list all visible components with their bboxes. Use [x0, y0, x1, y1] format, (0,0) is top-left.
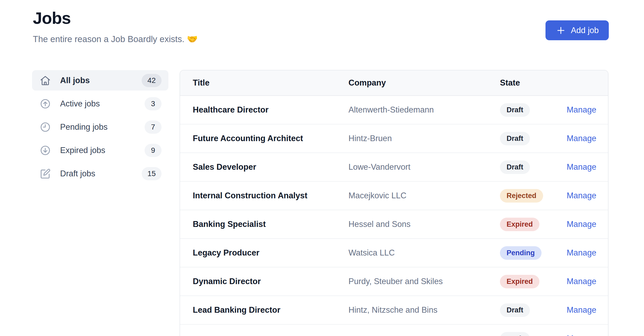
pencil-square-icon — [39, 167, 52, 180]
arrow-down-circle-icon — [39, 144, 52, 157]
state-badge: Draft — [500, 132, 530, 145]
jobs-table: Title Company State Healthcare Director … — [180, 70, 609, 336]
add-job-button[interactable]: Add job — [545, 20, 609, 40]
job-title: Dynamic Director — [193, 277, 348, 286]
state-badge: Draft — [500, 332, 530, 336]
state-badge: Pending — [500, 246, 542, 260]
page-subtitle: The entire reason a Job Boardly exists. … — [33, 34, 198, 44]
state-badge: Expired — [500, 218, 539, 231]
sidebar-item-pending-jobs[interactable]: Pending jobs 7 — [32, 117, 168, 137]
company-name: Hessel and Sons — [348, 219, 500, 229]
manage-link[interactable]: Manage — [567, 105, 596, 114]
table-row: Legacy Producer Watsica LLC Pending Mana… — [180, 239, 608, 267]
plus-icon — [556, 25, 566, 36]
table-row: Dynamic Director Purdy, Steuber and Skil… — [180, 267, 608, 296]
column-header-state: State — [500, 78, 567, 88]
jobs-filter-sidebar: All jobs 42 Active jobs 3 Pending jobs 7… — [32, 70, 168, 184]
company-name: Macejkovic LLC — [348, 191, 500, 200]
state-badge: Expired — [500, 275, 539, 288]
job-title: Sales Developer — [193, 162, 348, 172]
sidebar-item-count-badge: 3 — [145, 97, 162, 110]
table-row: Future Accounting Architect Hintz-Bruen … — [180, 124, 608, 153]
job-title: Internal Construction Analyst — [193, 191, 348, 200]
company-name: Lowe-Vandervort — [348, 162, 500, 172]
manage-link[interactable]: Manage — [567, 191, 596, 200]
state-badge: Rejected — [500, 189, 543, 203]
job-title: Lead Banking Director — [193, 305, 348, 315]
sidebar-item-expired-jobs[interactable]: Expired jobs 9 — [32, 140, 168, 160]
table-header-row: Title Company State — [180, 70, 608, 96]
job-title: Banking Specialist — [193, 219, 348, 229]
sidebar-item-label: All jobs — [60, 76, 142, 85]
sidebar-item-label: Expired jobs — [60, 146, 145, 155]
sidebar-item-label: Draft jobs — [60, 169, 142, 178]
sidebar-item-draft-jobs[interactable]: Draft jobs 15 — [32, 163, 168, 184]
table-row: Banking Specialist Hessel and Sons Expir… — [180, 210, 608, 239]
column-header-title: Title — [193, 78, 348, 88]
company-name: Hintz, Nitzsche and Bins — [348, 305, 500, 315]
sidebar-item-all-jobs[interactable]: All jobs 42 — [32, 70, 168, 91]
add-job-button-label: Add job — [571, 26, 599, 35]
manage-link[interactable]: Manage — [567, 334, 596, 336]
manage-link[interactable]: Manage — [567, 134, 596, 143]
job-title: Future Accounting Architect — [193, 134, 348, 143]
sidebar-item-label: Pending jobs — [60, 122, 145, 132]
company-name: Hintz-Bruen — [348, 134, 500, 143]
table-row: Sales Developer Lowe-Vandervort Draft Ma… — [180, 153, 608, 182]
manage-link[interactable]: Manage — [567, 305, 596, 315]
home-icon — [39, 74, 52, 87]
company-name: Purdy, Steuber and Skiles — [348, 277, 500, 286]
job-title: Legacy Producer — [193, 248, 348, 258]
table-row: Lead Banking Director Hintz, Nitzsche an… — [180, 296, 608, 325]
sidebar-item-active-jobs[interactable]: Active jobs 3 — [32, 93, 168, 114]
clock-icon — [39, 121, 52, 133]
sidebar-item-count-badge: 7 — [145, 120, 162, 134]
manage-link[interactable]: Manage — [567, 162, 596, 172]
table-row: Draft Manage — [180, 325, 608, 336]
job-title: Healthcare Director — [193, 105, 348, 115]
manage-link[interactable]: Manage — [567, 248, 596, 257]
company-name: Watsica LLC — [348, 248, 500, 258]
table-row: Healthcare Director Altenwerth-Stiedeman… — [180, 96, 608, 124]
column-header-company: Company — [348, 78, 500, 88]
sidebar-item-count-badge: 42 — [142, 74, 162, 87]
sidebar-item-label: Active jobs — [60, 99, 145, 109]
state-badge: Draft — [500, 303, 530, 317]
table-body: Healthcare Director Altenwerth-Stiedeman… — [180, 96, 608, 336]
sidebar-item-count-badge: 15 — [142, 167, 162, 180]
arrow-up-circle-icon — [39, 97, 52, 110]
company-name: Altenwerth-Stiedemann — [348, 105, 500, 115]
manage-link[interactable]: Manage — [567, 277, 596, 286]
state-badge: Draft — [500, 103, 530, 117]
sidebar-item-count-badge: 9 — [145, 144, 162, 157]
page-title: Jobs — [33, 8, 198, 28]
manage-link[interactable]: Manage — [567, 219, 596, 229]
table-row: Internal Construction Analyst Macejkovic… — [180, 182, 608, 210]
page-header: Jobs The entire reason a Job Boardly exi… — [33, 8, 198, 44]
state-badge: Draft — [500, 160, 530, 174]
